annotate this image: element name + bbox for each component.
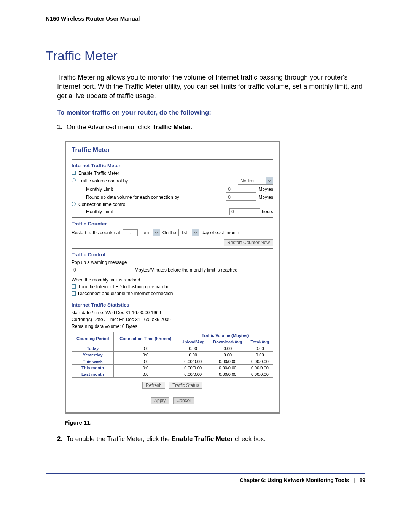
when-reached-label: When the monthly limit is reached — [72, 277, 273, 283]
day-select[interactable]: 1st — [178, 229, 199, 236]
cell-conn: 0:0 — [114, 358, 177, 364]
cell-conn: 0:0 — [114, 364, 177, 371]
select-value: 1st — [179, 230, 192, 235]
chevron-down-icon — [266, 177, 273, 184]
footer-sep: | — [350, 477, 358, 483]
restart-counter-button[interactable]: Restart Counter Now — [224, 239, 273, 246]
popup-suffix: Mbytes/Minutes before the monthly limit … — [135, 267, 237, 273]
conn-monthly-input[interactable]: 0 — [229, 208, 260, 215]
stats-remaining: Remaining data volume: 0 Bytes — [72, 324, 273, 329]
step-post: check box. — [233, 435, 266, 443]
connection-time-label: Connection time control — [78, 202, 126, 207]
table-row: Yesterday0:00.000.000.00 — [72, 351, 273, 358]
step-text: To enable the Traffic Meter, click the E… — [67, 435, 365, 443]
th-total: Total/Avg — [247, 339, 273, 345]
step-2: 2. To enable the Traffic Meter, click th… — [57, 435, 365, 443]
table-row: This week0:00.00/0.000.00/0.000.00/0.00 — [72, 358, 273, 364]
traffic-counter-heading: Traffic Counter — [72, 221, 273, 227]
restart-counter-label: Restart traffic counter at — [72, 230, 120, 235]
cell-down: 0.00/0.00 — [209, 371, 247, 377]
step-text: On the Advanced menu, click Traffic Mete… — [67, 123, 365, 131]
cell-period: This week — [72, 358, 114, 364]
th-conn: Connection Time (hh:mm) — [114, 332, 177, 345]
stats-current: Current(s) Date / Time: Fri Dec 31 16:00… — [72, 317, 273, 322]
cell-total: 0.00 — [247, 345, 273, 351]
popup-label: Pop up a warning message — [72, 260, 273, 265]
th-period: Counting Period — [72, 332, 114, 345]
footer-chapter: Chapter 6: Using Network Monitoring Tool… — [239, 477, 349, 483]
enable-traffic-meter-label: Enable Traffic Meter — [78, 171, 119, 176]
cell-total: 0.00/0.00 — [247, 358, 273, 364]
traffic-stats-heading: Internet Traffic Statistics — [72, 302, 273, 308]
step-bold: Enable Traffic Meter — [172, 435, 233, 443]
divider — [72, 248, 273, 249]
unit-label: hours — [262, 209, 273, 214]
intro-paragraph: Traffic Metering allows you to monitor t… — [57, 73, 365, 101]
ampm-select[interactable]: am — [140, 229, 160, 236]
cell-up: 0.00 — [177, 351, 209, 358]
table-row: Last month0:00.00/0.000.00/0.000.00/0.00 — [72, 371, 273, 377]
cell-total: 0.00/0.00 — [247, 364, 273, 371]
roundup-input[interactable]: 0 — [226, 194, 256, 201]
step-number: 2. — [57, 435, 67, 443]
day-suffix-label: day of each month — [202, 230, 239, 235]
table-row: Today0:00.000.000.00 — [72, 345, 273, 351]
footer-page: 89 — [359, 477, 365, 483]
unit-label: Mbytes — [258, 195, 273, 200]
table-row: This month0:00.00/0.000.00/0.000.00/0.00 — [72, 364, 273, 371]
traffic-control-heading: Traffic Control — [72, 252, 273, 257]
volume-control-select[interactable]: No limit — [238, 177, 273, 185]
on-the-label: On the — [162, 230, 176, 235]
step-post: . — [191, 123, 193, 131]
instruction-heading: To monitor traffic on your router, do th… — [57, 109, 411, 117]
enable-traffic-meter-checkbox[interactable] — [72, 171, 76, 175]
screenshot-panel: Traffic Meter Internet Traffic Meter Ena… — [65, 141, 280, 414]
traffic-status-button[interactable]: Traffic Status — [169, 382, 202, 389]
volume-control-radio[interactable] — [72, 178, 76, 182]
connection-time-radio[interactable] — [72, 202, 76, 206]
manual-header: N150 Wireless Router User Manual — [46, 15, 411, 22]
cell-period: Last month — [72, 371, 114, 377]
popup-value-input[interactable]: 0 — [72, 267, 132, 273]
divider — [72, 299, 273, 299]
cell-up: 0.00/0.00 — [177, 358, 209, 364]
monthly-limit-input[interactable]: 0 — [226, 186, 256, 193]
cell-up: 0.00/0.00 — [177, 371, 209, 377]
figure-caption: Figure 11. — [65, 419, 411, 426]
led-checkbox[interactable] — [72, 284, 76, 289]
select-value: No limit — [238, 178, 266, 184]
cell-up: 0.00 — [177, 345, 209, 351]
cell-total: 0.00/0.00 — [247, 371, 273, 377]
section-title: Traffic Meter — [46, 48, 411, 63]
chevron-down-icon — [153, 229, 160, 236]
apply-button[interactable]: Apply — [151, 397, 169, 404]
step-1: 1. On the Advanced menu, click Traffic M… — [57, 123, 365, 131]
step-number: 1. — [57, 123, 67, 131]
step-pre: To enable the Traffic Meter, click the — [67, 435, 172, 443]
stats-table: Counting Period Connection Time (hh:mm) … — [72, 332, 273, 378]
th-volume: Traffic Volume (Mbytes) — [177, 332, 273, 339]
page-footer: Chapter 6: Using Network Monitoring Tool… — [46, 473, 365, 483]
cell-up: 0.00/0.00 — [177, 364, 209, 371]
cell-conn: 0:0 — [114, 371, 177, 377]
stats-start: start date / time: Wed Dec 31 16:00:00 1… — [72, 310, 273, 315]
disconnect-label: Disconnect and disable the Internet conn… — [78, 291, 173, 296]
internet-meter-heading: Internet Traffic Meter — [72, 163, 273, 168]
divider — [72, 159, 273, 160]
cell-down: 0.00 — [209, 345, 247, 351]
cell-period: This month — [72, 364, 114, 371]
divider — [72, 393, 273, 393]
cell-down: 0.00/0.00 — [209, 364, 247, 371]
cell-down: 0.00 — [209, 351, 247, 358]
cell-period: Today — [72, 345, 114, 351]
disconnect-checkbox[interactable] — [72, 291, 76, 296]
cell-total: 0.00 — [247, 351, 273, 358]
panel-title: Traffic Meter — [72, 146, 273, 154]
refresh-button[interactable]: Refresh — [142, 382, 165, 389]
step-pre: On the Advanced menu, click — [67, 123, 152, 131]
divider — [72, 217, 273, 218]
th-download: Download/Avg — [209, 339, 247, 345]
cancel-button[interactable]: Cancel — [173, 397, 194, 404]
restart-time-input[interactable]: : — [123, 229, 138, 236]
unit-label: Mbytes — [258, 187, 273, 192]
